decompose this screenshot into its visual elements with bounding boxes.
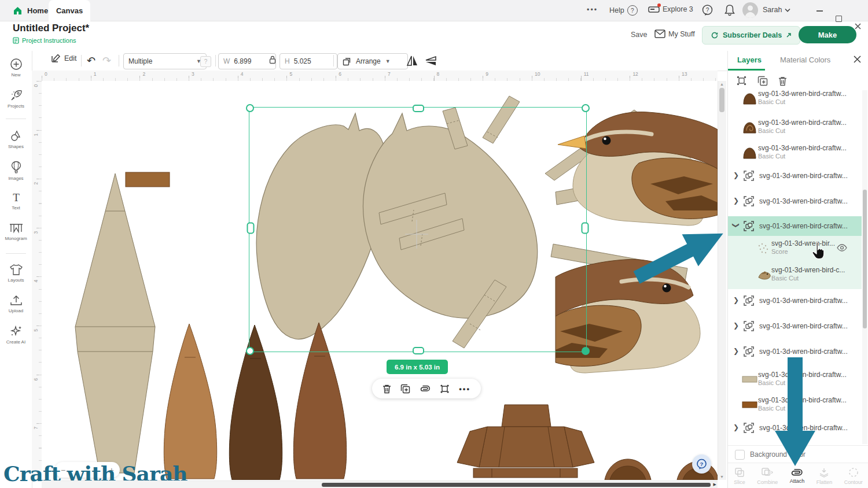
undo-button[interactable]: ↶ (87, 54, 95, 67)
delete-action-icon[interactable] (778, 76, 787, 86)
background-color-swatch[interactable] (735, 450, 745, 460)
help-badge-button[interactable]: ? (200, 56, 211, 67)
height-input[interactable]: H 5.025 (279, 53, 337, 69)
expand-chevron-icon[interactable]: ❯ (733, 171, 739, 179)
selection-handle-top[interactable] (413, 105, 424, 112)
my-stuff-button[interactable]: My Stuff (654, 29, 695, 38)
collapse-chevron-icon[interactable]: ❯ (732, 223, 740, 228)
selection-handle-left[interactable] (247, 223, 255, 234)
sidebar-item-monogram[interactable]: Monogram (0, 222, 32, 241)
sidebar-item-upload[interactable]: Upload (0, 294, 32, 313)
sidebar-item-layouts[interactable]: Layouts (0, 264, 32, 283)
expand-chevron-icon[interactable]: ❯ (733, 423, 739, 431)
layer-row[interactable]: svg-01-3d-wren-bird-craftw...Basic Cut (728, 368, 862, 393)
layer-row[interactable]: svg-01-3d-wren-bird-craftw...Basic Cut (728, 116, 862, 141)
scroll-right-arrow[interactable]: ▶ (713, 482, 716, 487)
help-bubble-button[interactable]: ? (692, 454, 711, 474)
layer-group-row-selected[interactable]: ❯ svg-01-3d-wren-bird-craftw... (728, 216, 862, 236)
scroll-down-arrow[interactable]: ▼ (720, 475, 724, 479)
redo-button[interactable]: ↷ (102, 54, 111, 67)
canvas-vscroll-thumb[interactable] (719, 88, 724, 112)
layer-group-row[interactable]: ❯ svg-01-3d-wren-bird-craftw... (728, 193, 862, 209)
panel-scrollbar[interactable] (862, 90, 867, 444)
sidebar-item-text[interactable]: T Text (0, 192, 32, 210)
layer-row[interactable]: svg-01-3d-wren-bird-craftw...Basic Cut (728, 393, 862, 419)
layer-group-row[interactable]: ❯ svg-01-3d-wren-bird-craftw... (728, 293, 862, 309)
panel-scroll-thumb[interactable] (863, 190, 867, 328)
window-minimize-button[interactable] (816, 6, 824, 14)
sidebar-item-create-ai[interactable]: Create AI (0, 324, 32, 345)
duplicate-action-icon[interactable] (757, 76, 768, 86)
attach-icon[interactable] (420, 385, 431, 392)
selection-box[interactable] (249, 107, 587, 352)
sidebar-item-new[interactable]: New (0, 58, 32, 77)
layer-row[interactable]: svg-01-3d-wren-bird-craftw...Basic Cut (728, 141, 862, 167)
flatten-button[interactable]: Flatten (816, 467, 833, 485)
window-maximize-button[interactable] (834, 14, 843, 23)
edit-button[interactable]: Edit (51, 53, 77, 63)
slice-button[interactable]: Slice (734, 467, 745, 485)
window-close-button[interactable] (854, 23, 862, 31)
feedback-icon[interactable]: ? (701, 4, 713, 16)
canvas-vertical-scrollbar[interactable]: ▲ ▼ (718, 81, 726, 480)
flip-horizontal-button[interactable] (406, 54, 418, 67)
sidebar-item-images[interactable]: Images (0, 161, 32, 181)
duplicate-icon[interactable] (400, 384, 410, 394)
deals-icon (711, 31, 719, 39)
selection-handle-top-left[interactable] (246, 104, 254, 112)
more-menu-button[interactable]: ••• (587, 6, 598, 14)
layer-row[interactable]: svg-01-3d-wren-bird-craftw...Basic Cut (728, 90, 862, 112)
layer-child-row[interactable]: svg-01-3d-wren-bir...Score (728, 236, 862, 263)
canvas-hscroll-thumb[interactable] (322, 483, 711, 487)
layer-child-row[interactable]: svg-01-3d-wren-bird-c...Basic Cut (728, 263, 862, 289)
expand-chevron-icon[interactable]: ❯ (733, 347, 739, 355)
shapes-icon (9, 130, 23, 142)
layer-thumbnail (742, 375, 757, 383)
expand-chevron-icon[interactable]: ❯ (733, 197, 739, 205)
weld-icon[interactable] (440, 384, 450, 394)
canvas-horizontal-scrollbar[interactable]: ▶ (42, 480, 718, 488)
selection-handle-right[interactable] (582, 223, 589, 234)
lock-aspect-icon[interactable] (269, 56, 276, 64)
contour-button[interactable]: Contour (844, 467, 863, 485)
layer-group-row[interactable]: ❯ svg-01-3d-wren-bird-craftw... (728, 168, 862, 184)
expand-chevron-icon[interactable]: ❯ (733, 321, 739, 330)
selection-handle-bottom-right[interactable] (582, 347, 590, 355)
delete-icon[interactable] (382, 384, 391, 394)
more-options-icon[interactable]: ••• (459, 385, 470, 393)
visibility-eye-icon[interactable] (837, 244, 847, 252)
avatar[interactable] (742, 2, 758, 18)
scroll-up-arrow[interactable]: ▲ (720, 82, 724, 86)
panel-close-icon[interactable] (853, 55, 862, 64)
layer-group-row[interactable]: ❯ svg-01-3d-wren-bird-craftw... (728, 343, 862, 360)
arrange-dropdown[interactable]: Arrange ▼ (337, 53, 408, 69)
contour-icon (848, 467, 859, 478)
layer-group-row[interactable]: ❯ svg-01-3d-wren-bird-craftw... (728, 420, 862, 436)
width-input[interactable]: W 6.899 (218, 53, 276, 69)
tab-canvas[interactable]: Canvas (49, 0, 90, 21)
sidebar-item-shapes[interactable]: Shapes (0, 130, 32, 149)
make-button[interactable]: Make (799, 26, 856, 43)
tab-layers[interactable]: Layers (737, 56, 762, 64)
project-instructions-link[interactable]: Project Instructions (13, 37, 76, 44)
help-button[interactable]: Help ? (609, 5, 638, 16)
save-button[interactable]: Save (631, 31, 648, 39)
tab-home[interactable]: Home (13, 0, 48, 21)
attach-button[interactable]: Attach (790, 468, 805, 484)
selection-type-dropdown[interactable]: Multiple ▼ (123, 53, 207, 69)
selection-handle-bottom[interactable] (413, 347, 424, 354)
machine-status-button[interactable]: Explore 3 (648, 5, 693, 13)
layer-group-row[interactable]: ❯ svg-01-3d-wren-bird-craftw... (728, 318, 862, 334)
sidebar-item-projects[interactable]: Projects (0, 89, 32, 109)
user-menu[interactable]: Sarah (763, 6, 790, 14)
flip-vertical-button[interactable] (424, 56, 437, 66)
selection-handle-top-right[interactable] (582, 104, 590, 112)
tab-material-colors[interactable]: Material Colors (780, 56, 830, 64)
arrange-icon (343, 57, 351, 66)
group-action-icon[interactable] (736, 75, 747, 86)
combine-button[interactable]: Combine (757, 467, 778, 485)
notifications-bell-icon[interactable] (724, 4, 735, 16)
selection-handle-bottom-left[interactable] (246, 347, 254, 355)
expand-chevron-icon[interactable]: ❯ (733, 296, 739, 304)
subscriber-deals-button[interactable]: Subscriber Deals (702, 26, 800, 45)
